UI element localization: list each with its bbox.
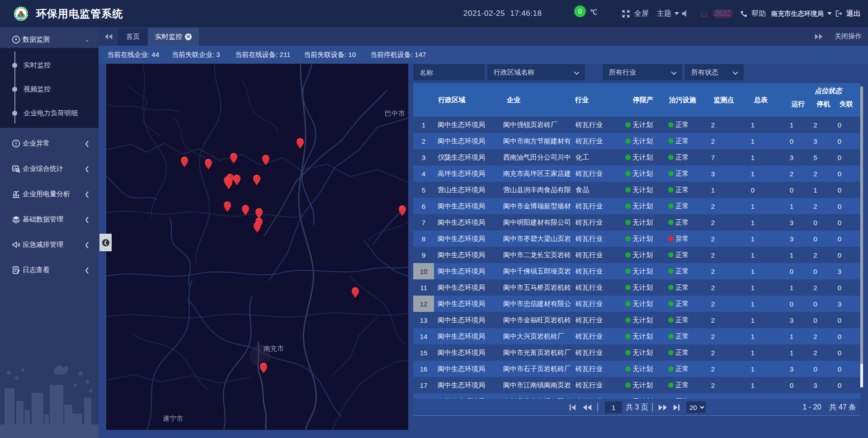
tab-close-icon[interactable]: ✕ — [185, 33, 192, 40]
map-pin-icon[interactable] — [205, 159, 213, 171]
status-select-value: 所有状态 — [691, 68, 718, 77]
cell-limit-production: 无计划 — [622, 263, 665, 279]
map-pin-icon[interactable] — [253, 175, 261, 187]
sidebar-subitem-0-1[interactable]: 视频监控 — [0, 77, 99, 101]
org-dropdown[interactable]: 南充市生态环境局 — [771, 9, 832, 18]
cell-running: 3 — [769, 312, 803, 328]
table-row-2[interactable]: 2阆中生态环境局阆中市南方节能建材有砖瓦行业无计划正常21030 — [413, 133, 860, 149]
table-row-6[interactable]: 6阆中生态环境局阆中市金博瑞新型墙材砖瓦行业无计划正常21120 — [413, 198, 860, 214]
cell-industry: 砖瓦行业 — [572, 328, 622, 344]
table-row-1[interactable]: 1阆中生态环境局阆中强锐页岩砖厂砖瓦行业无计划正常21120 — [413, 117, 860, 133]
status-dot-icon — [625, 155, 631, 160]
name-search-input[interactable] — [413, 64, 485, 80]
tab-realtime-monitor[interactable]: 实时监控 ✕ — [148, 28, 199, 46]
map-pin-icon[interactable] — [242, 205, 250, 217]
next-page-button[interactable] — [658, 399, 668, 416]
map-collapse-button[interactable]: ❮ — [99, 234, 112, 251]
sidebar-item-4[interactable]: 基础数据管理❮ — [0, 207, 99, 232]
chart-icon — [12, 190, 20, 198]
map-canvas: 巴中市南充市遂宁市 — [106, 64, 408, 430]
tab-home[interactable]: 首页 — [118, 28, 148, 46]
table-row-9[interactable]: 9阆中生态环境局阆中市二龙长宝页岩砖砖瓦行业无计划正常21120 — [413, 247, 860, 263]
status-dot-icon — [668, 155, 674, 160]
cell-limit-production: 无计划 — [622, 377, 665, 393]
map-pin-icon[interactable] — [181, 157, 189, 169]
cell-running: 0 — [769, 182, 803, 198]
help-button[interactable]: 帮助 — [740, 9, 766, 19]
sidebar-item-1[interactable]: 企业异常❮ — [0, 131, 99, 156]
sidebar-item-0[interactable]: 数据监测⌄ — [0, 31, 99, 48]
table-row-14[interactable]: 14阆中生态环境局阆中大兴页岩机砖厂砖瓦行业无计划正常21120 — [413, 328, 860, 344]
status-select[interactable]: 所有状态 — [685, 64, 744, 80]
cell-total-meter: 1 — [737, 296, 769, 312]
table-row-16[interactable]: 16阆中生态环境局阆中市石子页岩机砖厂砖瓦行业无计划正常21300 — [413, 361, 860, 377]
cell-monitor-points: 7 — [701, 149, 737, 165]
cell-index: 5 — [413, 182, 434, 198]
sidebar-item-5[interactable]: 应急减排管理❮ — [0, 232, 99, 257]
close-operations-button[interactable]: 关闭操作 — [835, 32, 862, 41]
tabbar-right: 关闭操作 — [815, 27, 868, 46]
region-select-caret-icon — [574, 69, 579, 75]
table-row-11[interactable]: 11阆中生态环境局阆中市五马桥页岩机砖砖瓦行业无计划正常21120 — [413, 279, 860, 296]
table-row-12[interactable]: 12阆中生态环境局阆中市忠信建材有限公砖瓦行业无计划正常21003 — [413, 296, 860, 312]
sidebar-subitem-0-0[interactable]: 实时监控 — [0, 53, 99, 77]
sidebar-item-2[interactable]: 企业综合统计❮ — [0, 156, 99, 181]
page-number-input[interactable] — [605, 401, 622, 413]
notification-bell[interactable]: 2632 — [699, 9, 733, 18]
page-size-select[interactable]: 20 — [686, 401, 706, 413]
map-pin-icon[interactable] — [230, 153, 238, 165]
table-row-3[interactable]: 3仪陇生态环境局西南油气田分公司川中化工无计划正常71350 — [413, 149, 860, 165]
industry-select[interactable]: 所有行业 — [603, 64, 682, 80]
table-row-13[interactable]: 13阆中生态环境局阆中市金福旺页岩机砖砖瓦行业无计划正常21300 — [413, 312, 860, 328]
cell-industry: 砖瓦行业 — [572, 198, 622, 214]
sidebar-subitem-0-2[interactable]: 企业电力负荷明细 — [0, 101, 99, 125]
page-input-wrap — [605, 399, 622, 416]
double-right-arrow-icon[interactable] — [815, 33, 823, 40]
cell-running: 3 — [769, 149, 803, 165]
cell-region: 阆中生态环境局 — [434, 328, 500, 344]
map-pin-icon[interactable] — [224, 202, 232, 214]
first-page-button[interactable] — [569, 399, 576, 416]
cell-company: 阆中市金福旺页岩机砖 — [500, 312, 572, 328]
cell-offline: 0 — [827, 117, 860, 133]
map-pin-icon[interactable] — [262, 155, 270, 167]
status-dot-icon — [668, 171, 674, 176]
status-dot-icon — [625, 334, 631, 339]
stats-icon — [12, 165, 20, 173]
map-pin-icon[interactable] — [297, 138, 305, 151]
mute-speaker-icon[interactable] — [681, 9, 689, 18]
table-row-8[interactable]: 8阆中生态环境局阆中市枣碧大梁山页岩砖瓦行业无计划异常21300 — [413, 231, 860, 247]
theme-dropdown[interactable]: 主题 — [657, 9, 679, 19]
table-row-17[interactable]: 17阆中生态环境局阆中市江南镇阆南页岩砖瓦行业无计划正常21030 — [413, 377, 860, 393]
prev-page-button[interactable] — [582, 399, 592, 416]
fullscreen-button[interactable]: 全屏 — [621, 9, 649, 19]
map-pin-icon[interactable] — [399, 206, 407, 218]
table-row-4[interactable]: 4高坪生态环境局南充市高坪区王家店建砖瓦行业无计划正常31220 — [413, 165, 860, 182]
table-header: 行政区域 企业 行业 停限产 治污设施 监测点 总表 点位状态 运行 停机 失联 — [413, 83, 860, 117]
map-pin-icon[interactable] — [260, 363, 268, 375]
sidebar-item-6[interactable]: 日志查看❮ — [0, 257, 99, 283]
cell-monitor-points: 2 — [701, 231, 737, 247]
map-pin-icon[interactable] — [352, 287, 360, 300]
cell-running: 1 — [769, 344, 803, 361]
table-row-15[interactable]: 15阆中生态环境局阆中市光富页岩机砖厂砖瓦行业无计划正常21120 — [413, 344, 860, 361]
status-dot-icon — [668, 138, 674, 144]
scrollbar-track[interactable] — [860, 86, 863, 387]
sidebar-subitem-label: 视频监控 — [24, 85, 51, 94]
chevron-left-icon: ❮ — [85, 140, 90, 147]
scrollbar-thumb[interactable] — [860, 364, 863, 387]
cell-region: 阆中生态环境局 — [434, 231, 500, 247]
map-panel[interactable]: 巴中市南充市遂宁市 — [106, 64, 408, 430]
sidebar-item-label: 日志查看 — [23, 266, 50, 274]
region-select[interactable]: 行政区域名称 — [487, 64, 585, 80]
status-dot-icon — [625, 317, 631, 323]
last-page-button[interactable] — [673, 399, 680, 416]
table-row-5[interactable]: 5营山生态环境局营山县润丰肉食品有限食品无计划正常10010 — [413, 182, 860, 198]
table-row-10[interactable]: 10阆中生态环境局阆中千佛镇五郎垭页岩砖瓦行业无计划正常21003 — [413, 263, 860, 279]
table-row-7[interactable]: 7阆中生态环境局阆中明阳建材有限公司砖瓦行业无计划正常21300 — [413, 214, 860, 231]
logout-button[interactable]: 退出 — [835, 9, 861, 19]
sidebar-item-3[interactable]: 企业用电量分析❮ — [0, 181, 99, 207]
map-road-line — [260, 158, 408, 182]
table-row-18[interactable]: 18南部生态环境局南部县珠华水泥有限公建材行业无计划正常60060 — [413, 393, 860, 399]
tabs-scroll-left-button[interactable] — [99, 27, 118, 46]
